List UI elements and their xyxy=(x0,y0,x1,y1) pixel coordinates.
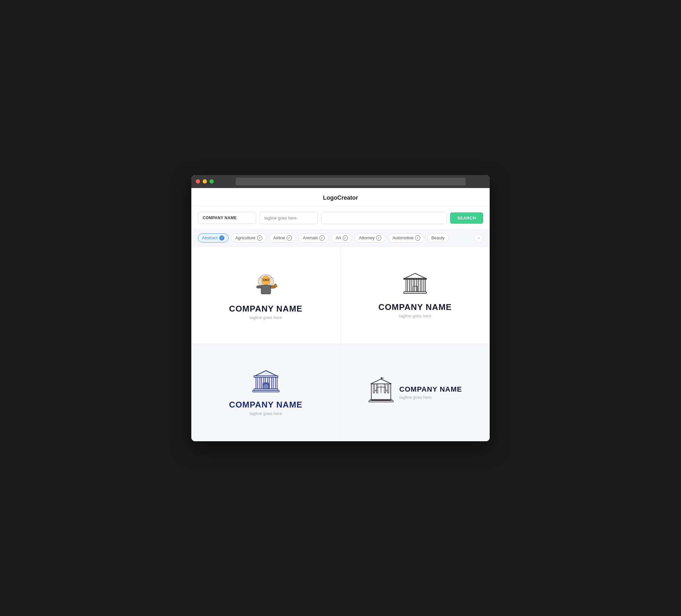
filter-agriculture-check: ✓ xyxy=(257,235,262,240)
filter-agriculture-label: Agriculture xyxy=(235,235,255,240)
svg-rect-17 xyxy=(420,279,422,292)
logo-item-3[interactable]: COMPANY NAME tagline goes here xyxy=(191,344,340,441)
logo-item-1[interactable]: COMPANY NAME tagline goes here xyxy=(191,247,340,344)
courthouse-scales-icon xyxy=(368,377,394,403)
svg-rect-7 xyxy=(261,285,271,294)
logo1-company: COMPANY NAME xyxy=(229,304,302,314)
logo3-tagline: tagline goes here xyxy=(250,411,282,416)
svg-rect-28 xyxy=(272,377,273,389)
minimize-button[interactable] xyxy=(203,179,207,183)
filter-next-button[interactable]: → xyxy=(474,233,483,242)
svg-rect-29 xyxy=(275,377,277,389)
app-title: LogoCreator xyxy=(323,195,358,201)
filter-airline-label: Airline xyxy=(273,235,285,240)
app-header: LogoCreator xyxy=(191,188,490,207)
keyword-input[interactable] xyxy=(321,212,447,224)
filter-art-label: Art xyxy=(336,235,341,240)
logo2-company: COMPANY NAME xyxy=(378,302,452,312)
svg-rect-46 xyxy=(369,401,393,402)
judge-icon xyxy=(251,270,280,299)
svg-rect-8 xyxy=(256,286,261,288)
svg-rect-37 xyxy=(373,384,375,393)
filter-attorney[interactable]: Attorney ✓ xyxy=(355,233,385,242)
svg-rect-13 xyxy=(406,279,408,292)
search-button[interactable]: SEARCH xyxy=(450,212,483,224)
svg-rect-31 xyxy=(253,390,279,392)
logo1-tagline: tagline goes here xyxy=(250,315,282,320)
svg-marker-34 xyxy=(371,379,392,384)
titlebar xyxy=(191,175,490,188)
logo-item-4[interactable]: COMPANY NAME tagline goes here xyxy=(340,344,490,441)
close-button[interactable] xyxy=(196,179,200,183)
courthouse-blue-icon xyxy=(251,369,280,395)
logo4-tagline: tagline goes here xyxy=(399,395,462,400)
logo3-company: COMPANY NAME xyxy=(229,400,302,410)
filter-automotive-label: Automotive xyxy=(393,235,413,240)
logo4-text: COMPANY NAME tagline goes here xyxy=(399,385,462,400)
courthouse-icon xyxy=(401,272,430,298)
svg-rect-14 xyxy=(409,279,411,292)
filter-animals-check: ✓ xyxy=(320,235,325,240)
filter-agriculture[interactable]: Agriculture ✓ xyxy=(231,233,267,242)
url-bar xyxy=(236,178,466,185)
filter-animals-label: Animals xyxy=(303,235,318,240)
filter-art-check: ✓ xyxy=(343,235,348,240)
filter-attorney-check: ✓ xyxy=(376,235,381,240)
filter-art[interactable]: Art ✓ xyxy=(331,233,352,242)
svg-rect-18 xyxy=(424,279,426,292)
filter-automotive[interactable]: Automotive ✓ xyxy=(388,233,425,242)
svg-marker-36 xyxy=(381,377,384,379)
filter-animals[interactable]: Animals ✓ xyxy=(299,233,329,242)
company-name-input[interactable] xyxy=(198,212,256,224)
svg-rect-23 xyxy=(254,376,278,377)
filter-automotive-check: ✓ xyxy=(415,235,420,240)
maximize-button[interactable] xyxy=(209,179,214,183)
filter-airline[interactable]: Airline ✓ xyxy=(269,233,296,242)
svg-rect-25 xyxy=(260,377,262,389)
filter-attorney-label: Attorney xyxy=(359,235,375,240)
filter-airline-check: ✓ xyxy=(287,235,292,240)
logo-grid: COMPANY NAME tagline goes here xyxy=(191,247,490,441)
logo4-company: COMPANY NAME xyxy=(399,385,462,393)
svg-rect-15 xyxy=(413,279,415,292)
svg-rect-40 xyxy=(387,384,389,393)
filter-abstract-label: Abstract xyxy=(202,235,218,240)
tagline-input[interactable] xyxy=(259,212,318,224)
filter-abstract-check: ✓ xyxy=(219,235,224,240)
filter-beauty[interactable]: Beauty xyxy=(427,233,449,242)
svg-rect-24 xyxy=(256,377,258,389)
logo-item-2[interactable]: COMPANY NAME tagline goes here xyxy=(340,247,490,344)
search-bar: SEARCH xyxy=(191,207,490,230)
filter-abstract[interactable]: Abstract ✓ xyxy=(198,233,229,242)
filter-bar: Abstract ✓ Agriculture ✓ Airline ✓ Anima… xyxy=(191,230,490,247)
logo2-tagline: tagline goes here xyxy=(399,313,431,318)
app-window: LogoCreator SEARCH Abstract ✓ Agricultur… xyxy=(191,175,490,441)
filter-beauty-label: Beauty xyxy=(431,235,444,240)
